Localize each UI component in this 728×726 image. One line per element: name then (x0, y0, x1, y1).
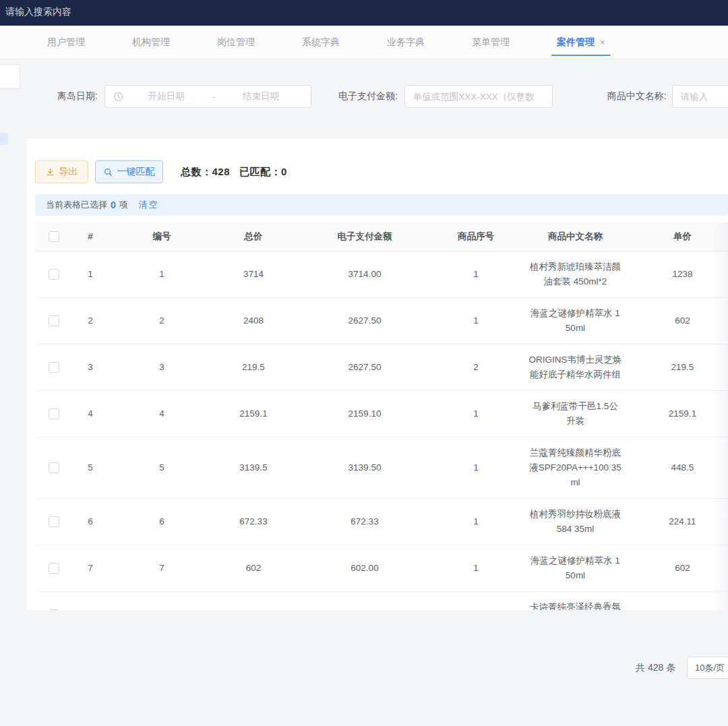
row-checkbox[interactable] (49, 315, 59, 326)
selection-info-bar: 当前表格已选择 0 项 清空 (35, 194, 728, 216)
payment-amount-input[interactable] (404, 85, 553, 108)
date-range-separator: - (208, 92, 220, 102)
date-range-picker[interactable]: 开始日期 - 结束日期 (104, 85, 311, 108)
cell-name: 卡诗菁纯亮泽经典香氛 护发精油 100ml (514, 591, 637, 610)
row-checkbox[interactable] (49, 269, 59, 280)
filter-row: 离岛日期: 开始日期 - 结束日期 电子支付金额: 商品中文名称: (0, 85, 728, 108)
row-checkbox[interactable] (49, 563, 59, 574)
table-header: #编号总价电子支付金额商品序号商品中文名称单价 (35, 222, 728, 251)
cell-epay: 602.00 (291, 545, 438, 591)
clear-selection-link[interactable]: 清空 (139, 199, 159, 211)
payment-filter-label: 电子支付金额: (338, 90, 398, 102)
start-date-placeholder[interactable]: 开始日期 (125, 90, 208, 102)
cell-code: 1 (108, 251, 216, 297)
cell-code: 6 (108, 498, 216, 545)
match-button-label: 一键匹配 (117, 166, 155, 178)
main-panel: 导出 一键匹配 总数：428已匹配：0 当前表格已选择 0 项 清空 (27, 138, 728, 610)
cell-unit: 448.5 (637, 437, 728, 498)
select-all-checkbox[interactable] (49, 231, 59, 242)
row-checkbox[interactable] (49, 609, 59, 611)
one-click-match-button[interactable]: 一键匹配 (95, 160, 163, 183)
column-header: 单价 (637, 222, 728, 251)
column-header: 总价 (216, 222, 291, 251)
global-search-input[interactable]: 请输入搜索内容 (0, 0, 728, 18)
cell-seq: 1 (438, 251, 514, 297)
cell-unit: 602 (637, 297, 728, 344)
tab-item-6[interactable]: 案件管理× (547, 26, 615, 59)
end-date-placeholder[interactable]: 结束日期 (219, 90, 303, 102)
tab-item-0[interactable]: 用户管理 (38, 26, 94, 59)
tab-label: 岗位管理 (217, 36, 255, 49)
cell-index: 8 (73, 591, 108, 610)
cell-seq: 1 (438, 437, 514, 498)
selection-prefix: 当前表格已选择 (46, 199, 107, 211)
cell-epay: 2627.50 (291, 297, 438, 344)
cell-seq: 1 (438, 591, 514, 610)
cell-index: 5 (73, 437, 108, 498)
cell-seq: 1 (438, 390, 514, 437)
cell-name: 海蓝之谜修护精萃水 1 50ml (514, 297, 637, 344)
row-checkbox[interactable] (49, 516, 59, 527)
left-edge-fragment (0, 133, 8, 145)
cell-index: 1 (73, 251, 108, 297)
search-icon (104, 168, 113, 177)
cell-seq: 2 (438, 344, 514, 390)
top-navbar: 请输入搜索内容 (0, 0, 728, 26)
total-label: 总数： (181, 166, 212, 177)
cell-name: 马爹利蓝带干邑1.5公 升装 (514, 390, 637, 437)
tab-label: 机构管理 (132, 36, 170, 49)
toolbar: 导出 一键匹配 总数：428已匹配：0 (35, 160, 728, 183)
cell-index: 7 (73, 545, 108, 591)
cell-total: 3714 (216, 251, 291, 297)
page-size-select[interactable]: 10条/页 (687, 657, 728, 679)
tab-item-4[interactable]: 业务字典 (377, 26, 434, 59)
row-checkbox[interactable] (49, 362, 59, 373)
table-row: 66672.33672.331植村秀羽纱持妆粉底液 584 35ml224.11 (35, 498, 728, 545)
cell-seq: 1 (438, 498, 514, 545)
results-table: #编号总价电子支付金额商品序号商品中文名称单价 1137143714.001植村… (35, 222, 728, 610)
cell-epay: 2159.10 (291, 390, 438, 437)
cell-total: 1232.47 (216, 591, 291, 610)
cell-code: 4 (108, 390, 216, 437)
table-row: 77602602.001海蓝之谜修护精萃水 1 50ml602 (35, 545, 728, 591)
cell-epay: 1232.47 (291, 591, 438, 610)
cell-code: 5 (108, 437, 216, 498)
row-checkbox[interactable] (49, 462, 59, 473)
cell-epay: 672.33 (291, 498, 438, 545)
clock-icon (113, 92, 123, 102)
table-row: 442159.12159.101马爹利蓝带干邑1.5公 升装2159.1 (35, 390, 728, 437)
tab-item-3[interactable]: 系统字典 (293, 26, 349, 59)
table-row: 2224082627.501海蓝之谜修护精萃水 1 50ml602 (35, 297, 728, 344)
tab-close-icon[interactable]: × (600, 37, 605, 47)
product-name-input[interactable] (672, 85, 728, 108)
selection-suffix: 项 (119, 199, 128, 211)
selection-count: 0 (107, 200, 119, 210)
column-header: # (73, 222, 108, 251)
cell-name: ORIGINS韦博士灵芝焕 能好底子精华水两件组 (514, 344, 637, 390)
column-header: 编号 (108, 222, 216, 251)
pagination-total: 共 428 条 (636, 662, 675, 674)
row-checkbox[interactable] (49, 409, 59, 419)
page: 请输入搜索内容 用户管理机构管理岗位管理系统字典业务字典菜单管理案件管理× 离岛… (0, 0, 728, 726)
column-header: 商品序号 (438, 222, 514, 251)
tab-item-5[interactable]: 菜单管理 (462, 26, 519, 59)
total-value: 428 (212, 166, 231, 177)
cell-name: 海蓝之谜修护精萃水 1 50ml (514, 545, 637, 591)
tab-label: 案件管理 (557, 36, 595, 49)
tab-item-2[interactable]: 岗位管理 (208, 26, 264, 59)
column-header: 商品中文名称 (514, 222, 637, 251)
cell-total: 672.33 (216, 498, 291, 545)
table-row: 1137143714.001植村秀新琥珀臻萃洁颜 油套装 450ml*21238 (35, 251, 728, 297)
table-row: 553139.53139.501兰蔻菁纯臻颜精华粉底 液SPF20PA+++10… (35, 437, 728, 498)
cell-code: 8 (108, 591, 216, 610)
cell-epay: 3714.00 (291, 251, 438, 297)
cell-total: 2408 (216, 297, 291, 344)
export-button[interactable]: 导出 (35, 160, 88, 183)
table-row: 881232.471232.471卡诗菁纯亮泽经典香氛 护发精油 100ml41… (35, 591, 728, 610)
matched-value: 0 (281, 166, 287, 177)
tab-item-1[interactable]: 机构管理 (123, 26, 179, 59)
cell-unit: 219.5 (637, 344, 728, 390)
cell-code: 2 (108, 297, 216, 344)
download-icon (46, 168, 55, 177)
cell-epay: 2627.50 (291, 344, 438, 390)
